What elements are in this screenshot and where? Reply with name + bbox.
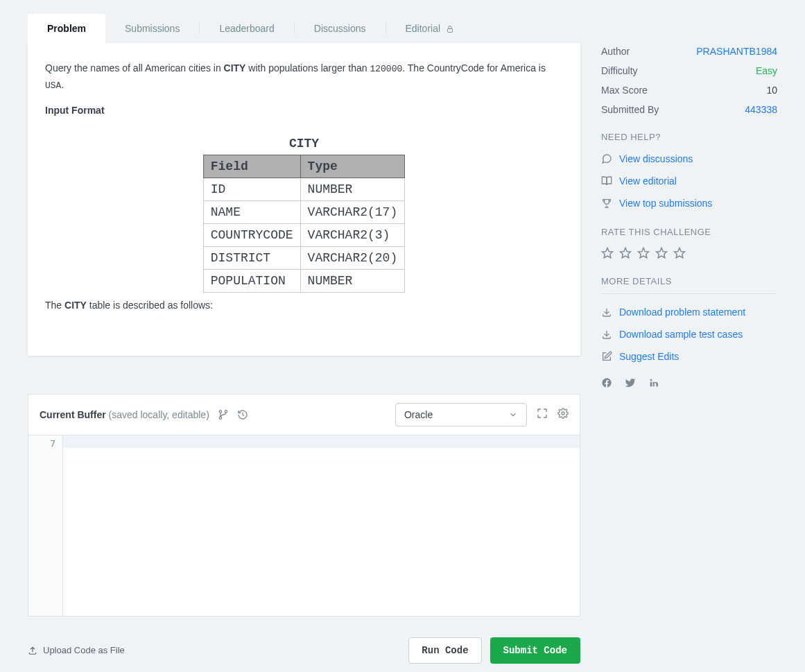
twitter-icon[interactable]: [625, 377, 636, 388]
star-5[interactable]: [673, 247, 686, 259]
upload-label: Upload Code as File: [43, 645, 125, 655]
current-line: [63, 436, 580, 448]
info-difficulty: Difficulty Easy: [601, 61, 777, 80]
view-editorial-link[interactable]: View editorial: [601, 170, 777, 192]
tab-discussions[interactable]: Discussions: [295, 14, 386, 43]
upload-icon: [28, 646, 37, 655]
tab-editorial-label: Editorial: [406, 23, 441, 34]
svg-marker-10: [674, 248, 684, 258]
linkedin-icon[interactable]: [648, 377, 659, 388]
upload-code-link[interactable]: Upload Code as File: [28, 645, 125, 655]
problem-statement: Query the names of all American cities i…: [45, 60, 563, 94]
input-format-heading: Input Format: [45, 105, 563, 116]
need-help-heading: NEED HELP?: [601, 132, 777, 142]
chat-icon: [601, 153, 612, 164]
submit-code-button[interactable]: Submit Code: [490, 637, 580, 664]
info-submitted-by: Submitted By 443338: [601, 100, 777, 119]
run-code-button[interactable]: Run Code: [408, 637, 481, 664]
editor-body[interactable]: 7: [28, 436, 580, 616]
info-max-score: Max Score 10: [601, 80, 777, 100]
rate-heading: RATE THIS CHALLENGE: [601, 227, 777, 237]
svg-point-2: [219, 417, 221, 419]
suggest-edits-link[interactable]: Suggest Edits: [601, 345, 777, 368]
facebook-icon[interactable]: [601, 377, 612, 388]
svg-point-4: [562, 412, 564, 415]
svg-marker-7: [620, 248, 630, 258]
language-select[interactable]: Oracle: [395, 403, 527, 427]
info-author: Author PRASHANTB1984: [601, 42, 777, 61]
tabs-bar: Problem Submissions Leaderboard Discussi…: [28, 14, 580, 43]
schema-diagram: CITY Field Type IDNUMBER NAMEVARCHAR2(17…: [45, 137, 563, 293]
download-tests-link[interactable]: Download sample test cases: [601, 323, 777, 345]
language-value: Oracle: [404, 409, 433, 420]
chevron-down-icon: [508, 410, 518, 420]
problem-panel: Query the names of all American cities i…: [28, 43, 580, 356]
tab-leaderboard[interactable]: Leaderboard: [200, 14, 293, 43]
line-gutter: 7: [28, 436, 63, 616]
tab-editorial[interactable]: Editorial: [386, 14, 474, 43]
code-editor: Current Buffer (saved locally, editable)…: [28, 394, 580, 617]
gear-icon[interactable]: [557, 408, 569, 421]
svg-marker-9: [656, 248, 666, 258]
svg-rect-0: [447, 29, 452, 33]
svg-point-3: [225, 410, 227, 412]
book-icon: [601, 175, 612, 187]
author-link[interactable]: PRASHANTB1984: [696, 46, 777, 57]
edit-icon: [601, 351, 612, 362]
fullscreen-icon[interactable]: [537, 408, 548, 421]
view-discussions-link[interactable]: View discussions: [601, 148, 777, 170]
star-4[interactable]: [655, 247, 668, 259]
submitted-by-link[interactable]: 443338: [745, 104, 777, 115]
star-1[interactable]: [601, 247, 614, 259]
code-area[interactable]: [63, 436, 580, 616]
svg-marker-6: [602, 248, 612, 258]
download-icon: [601, 307, 612, 318]
buffer-label: Current Buffer (saved locally, editable): [40, 409, 209, 420]
tab-submissions[interactable]: Submissions: [105, 14, 199, 43]
difficulty-value: Easy: [756, 65, 777, 76]
download-icon: [601, 329, 612, 340]
star-2[interactable]: [619, 247, 632, 259]
more-details-heading: MORE DETAILS: [601, 276, 777, 286]
history-icon[interactable]: [237, 409, 248, 420]
svg-marker-8: [638, 248, 648, 258]
download-problem-link[interactable]: Download problem statement: [601, 301, 777, 323]
view-top-submissions-link[interactable]: View top submissions: [601, 192, 777, 214]
schema-table: Field Type IDNUMBER NAMEVARCHAR2(17) COU…: [203, 155, 405, 293]
table-description: The CITY table is described as follows:: [45, 300, 563, 311]
max-score-value: 10: [766, 85, 777, 96]
branch-icon[interactable]: [218, 409, 229, 420]
tab-problem[interactable]: Problem: [28, 14, 105, 43]
rating-stars: [601, 243, 777, 264]
star-3[interactable]: [637, 247, 650, 259]
schema-title: CITY: [45, 137, 563, 150]
svg-point-1: [219, 410, 221, 412]
lock-icon: [446, 25, 454, 33]
trophy-icon: [601, 198, 612, 209]
